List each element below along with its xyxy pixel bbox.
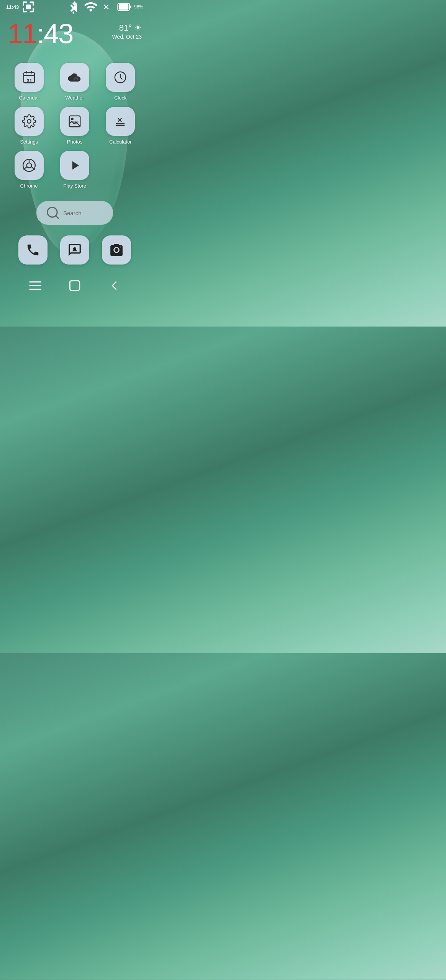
calculator-icon: ✕ [106,107,135,136]
app-item-calendar[interactable]: 31 Calendar [9,63,49,101]
nav-bar [0,271,149,302]
app-item-settings[interactable]: Settings [9,107,49,145]
svg-rect-12 [119,4,128,10]
camera-icon [102,235,131,265]
svg-text:✕: ✕ [117,116,122,124]
home-clock: 11:43 [8,20,73,47]
clock-hour: 11 [8,18,37,49]
weather-date: Wed, Oct 23 [112,34,142,40]
battery-percent: 98% [134,4,143,10]
settings-label: Settings [20,139,38,145]
clock-widget: 11:43 81° ☀ Wed, Oct 23 [0,12,149,51]
chrome-label: Chrome [20,183,38,189]
svg-rect-34 [70,281,79,290]
app-item-photos[interactable]: Photos [55,107,94,145]
app-item-clock[interactable]: Clock [101,63,140,101]
weather-app-icon [60,63,89,92]
playstore-icon [60,151,89,180]
dock-item-messages[interactable] [57,235,93,265]
dock-item-camera[interactable] [98,235,134,265]
svg-rect-11 [130,6,131,8]
nav-home-button[interactable] [64,275,85,296]
weather-label: Weather [66,95,84,101]
app-grid: 31 Calendar Weather Clock [0,51,149,195]
calendar-icon: 31 [15,63,44,92]
chrome-app-icon [15,151,44,180]
search-icon [46,206,60,220]
svg-rect-4 [23,2,24,6]
dock [0,229,149,269]
nav-back-button[interactable] [104,275,125,296]
photos-label: Photos [67,139,82,145]
svg-rect-8 [26,5,31,10]
sun-icon: ☀ [134,23,142,33]
svg-text:31: 31 [26,78,32,83]
weather-widget[interactable]: 81° ☀ Wed, Oct 23 [112,20,142,40]
dock-item-phone[interactable] [15,235,51,265]
svg-point-30 [120,246,121,248]
playstore-label: Play Store [63,183,86,189]
phone-icon [18,235,48,265]
messages-icon [60,235,89,265]
svg-rect-7 [33,8,34,12]
clock-label: Clock [114,95,127,101]
photos-icon [60,107,89,136]
calendar-label: Calendar [19,95,39,101]
search-bar[interactable]: Search [36,201,113,225]
clock-app-icon [106,63,135,92]
app-item-chrome[interactable]: Chrome [9,151,49,189]
nav-menu-button[interactable] [25,275,46,296]
calculator-label: Calculator [109,139,132,145]
weather-temp: 81° ☀ [112,23,142,33]
status-bar: 11:43 ✕ 98% [0,0,149,12]
svg-rect-5 [33,2,34,6]
svg-text:✕: ✕ [103,2,110,12]
clock-minute: 43 [44,18,73,49]
search-bar-container[interactable]: Search [0,195,149,229]
app-item-playstore[interactable]: Play Store [55,151,94,189]
svg-rect-6 [23,8,24,12]
settings-icon [15,107,44,136]
app-item-calculator[interactable]: ✕ Calculator [101,107,140,145]
svg-point-17 [71,118,73,120]
time-display: 11:43 [6,4,19,10]
search-placeholder: Search [63,210,82,216]
app-item-weather[interactable]: Weather [55,63,94,101]
